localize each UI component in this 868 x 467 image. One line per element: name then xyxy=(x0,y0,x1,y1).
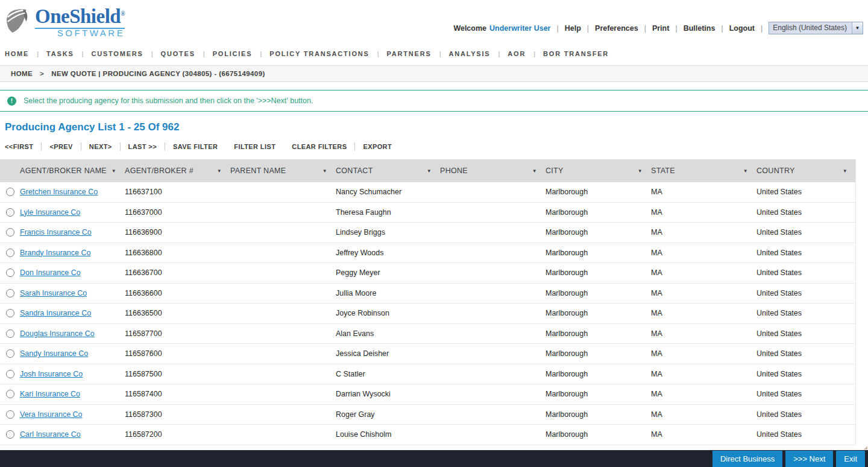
column-filter-arrow-icon[interactable]: ▼ xyxy=(532,168,546,174)
table-row: Sandy Insurance Co116587600Jessica Deish… xyxy=(0,344,855,364)
column-header-agent-broker-name[interactable]: AGENT/BROKER NAME▼ xyxy=(20,159,125,182)
utility-link-print[interactable]: Print xyxy=(652,24,669,33)
column-filter-arrow-icon[interactable]: ▼ xyxy=(322,168,336,174)
agency-radio[interactable] xyxy=(6,329,14,338)
city-cell: Marlborough xyxy=(546,349,651,358)
pager-prev-link[interactable]: <PREV xyxy=(49,143,72,150)
pager-last-link[interactable]: LAST >> xyxy=(128,143,157,150)
direct-business-button[interactable]: Direct Business xyxy=(712,451,782,467)
exit-button[interactable]: Exit xyxy=(836,451,865,467)
utility-separator: | xyxy=(644,24,646,33)
agency-radio[interactable] xyxy=(6,249,14,257)
agency-name-link[interactable]: Douglas Insurance Co xyxy=(20,329,95,338)
radio-cell xyxy=(0,309,20,317)
agency-name-link[interactable]: Don Insurance Co xyxy=(20,268,81,277)
agency-radio[interactable] xyxy=(6,208,14,217)
agency-name-link[interactable]: Josh Insurance Co xyxy=(20,370,83,378)
export-link[interactable]: EXPORT xyxy=(363,143,392,150)
utility-link-bulletins[interactable]: Bulletins xyxy=(684,24,715,33)
radio-cell xyxy=(0,268,20,277)
agency-radio[interactable] xyxy=(6,349,14,358)
column-filter-arrow-icon[interactable]: ▼ xyxy=(217,168,230,174)
main-nav: HOME|TASKS|CUSTOMERS|QUOTES|POLICIES|POL… xyxy=(0,42,868,65)
column-filter-arrow-icon[interactable]: ▼ xyxy=(843,168,856,174)
column-filter-arrow-icon[interactable]: ▼ xyxy=(743,168,756,174)
agency-name-link[interactable]: Brandy Insurance Co xyxy=(20,249,90,257)
agency-name-link[interactable]: Lyle Insurance Co xyxy=(20,208,80,217)
state-cell: MA xyxy=(651,370,756,378)
agency-name-cell: Kari Insurance Co xyxy=(20,390,125,398)
agency-name-link[interactable]: Sandy Insurance Co xyxy=(20,349,88,358)
filter-list-link[interactable]: FILTER LIST xyxy=(234,143,275,150)
number-cell: 116636700 xyxy=(125,268,230,277)
nav-item-aor[interactable]: AOR xyxy=(508,50,526,57)
top-bar: OneShield® SOFTWARE Welcome Underwriter … xyxy=(0,0,868,42)
nav-item-home[interactable]: HOME xyxy=(5,50,29,57)
nav-item-analysis[interactable]: ANALYSIS xyxy=(448,50,490,57)
column-header-country[interactable]: COUNTRY▼ xyxy=(756,159,856,182)
column-header-label: STATE xyxy=(651,167,675,175)
column-filter-arrow-icon[interactable]: ▼ xyxy=(638,168,651,174)
city-cell: Marlborough xyxy=(546,309,651,317)
city-cell: Marlborough xyxy=(546,249,651,257)
country-cell: United States xyxy=(756,188,856,196)
utility-separator: | xyxy=(721,24,723,33)
language-select[interactable]: English (United States) ▼ xyxy=(769,22,863,34)
clear-filters-link[interactable]: CLEAR FILTERS xyxy=(292,143,347,150)
utility-link-preferences[interactable]: Preferences xyxy=(595,24,638,33)
nav-item-policy-transactions[interactable]: POLICY TRANSACTIONS xyxy=(269,50,369,57)
column-header-city[interactable]: CITY▼ xyxy=(546,159,651,182)
agency-name-link[interactable]: Kari Insurance Co xyxy=(20,390,80,398)
save-filter-link[interactable]: SAVE FILTER xyxy=(173,143,218,150)
nav-item-tasks[interactable]: TASKS xyxy=(46,50,74,57)
agency-name-cell: Josh Insurance Co xyxy=(20,370,125,378)
next-button[interactable]: >>> Next xyxy=(785,451,833,467)
column-header-phone[interactable]: PHONE▼ xyxy=(440,159,546,182)
agency-name-cell: Brandy Insurance Co xyxy=(20,249,125,257)
table-row: Josh Insurance Co116587500C StatlerMarlb… xyxy=(0,364,855,385)
number-cell: 116587300 xyxy=(125,410,230,419)
breadcrumb-home-link[interactable]: HOME xyxy=(11,70,33,77)
column-filter-arrow-icon[interactable]: ▼ xyxy=(112,168,125,174)
agency-name-link[interactable]: Gretchen Insurance Co xyxy=(20,188,98,196)
column-header-agent-broker-[interactable]: AGENT/BROKER #▼ xyxy=(125,159,230,182)
column-header-contact[interactable]: CONTACT▼ xyxy=(336,159,440,182)
agency-radio[interactable] xyxy=(6,410,14,419)
nav-separator: | xyxy=(82,50,84,57)
agency-name-link[interactable]: Carl Insurance Co xyxy=(20,430,81,439)
agency-radio[interactable] xyxy=(6,430,14,439)
agency-name-link[interactable]: Francis Insurance Co xyxy=(20,228,92,237)
column-header-state[interactable]: STATE▼ xyxy=(651,159,756,182)
country-cell: United States xyxy=(756,309,856,317)
pager-next-link[interactable]: NEXT> xyxy=(89,143,112,150)
agency-radio[interactable] xyxy=(6,228,14,237)
column-header-parent-name[interactable]: PARENT NAME▼ xyxy=(230,159,336,182)
nav-item-quotes[interactable]: QUOTES xyxy=(161,50,195,57)
agency-name-link[interactable]: Sandra Insurance Co xyxy=(20,309,91,317)
chevron-down-icon[interactable]: ▼ xyxy=(852,22,863,34)
column-filter-arrow-icon[interactable]: ▼ xyxy=(427,168,440,174)
utility-link-logout[interactable]: Logout xyxy=(729,24,755,33)
table-body: Gretchen Insurance Co116637100Nancy Schu… xyxy=(0,182,855,445)
pager-divider xyxy=(354,142,355,151)
nav-item-partners[interactable]: PARTNERS xyxy=(387,50,432,57)
oneshield-logo[interactable]: OneShield® SOFTWARE xyxy=(5,4,125,38)
info-icon: ! xyxy=(7,97,16,106)
nav-item-customers[interactable]: CUSTOMERS xyxy=(91,50,143,57)
agency-name-link[interactable]: Vera Insurance Co xyxy=(20,410,83,419)
agency-radio[interactable] xyxy=(6,268,14,277)
nav-item-policies[interactable]: POLICIES xyxy=(213,50,253,57)
agency-radio[interactable] xyxy=(6,309,14,317)
agency-radio[interactable] xyxy=(6,188,14,196)
city-cell: Marlborough xyxy=(546,268,651,277)
nav-item-bor-transfer[interactable]: BOR TRANSFER xyxy=(543,50,609,57)
current-user-link[interactable]: Underwriter User xyxy=(489,24,550,33)
agency-name-link[interactable]: Sarah Insurance Co xyxy=(20,289,87,297)
utility-link-help[interactable]: Help xyxy=(565,24,581,33)
agency-radio[interactable] xyxy=(6,390,14,398)
radio-cell xyxy=(0,370,20,378)
agency-radio[interactable] xyxy=(6,289,14,297)
agency-radio[interactable] xyxy=(6,370,14,378)
shield-logo-icon xyxy=(5,4,31,37)
pager-first-link[interactable]: <<FIRST xyxy=(5,143,33,150)
